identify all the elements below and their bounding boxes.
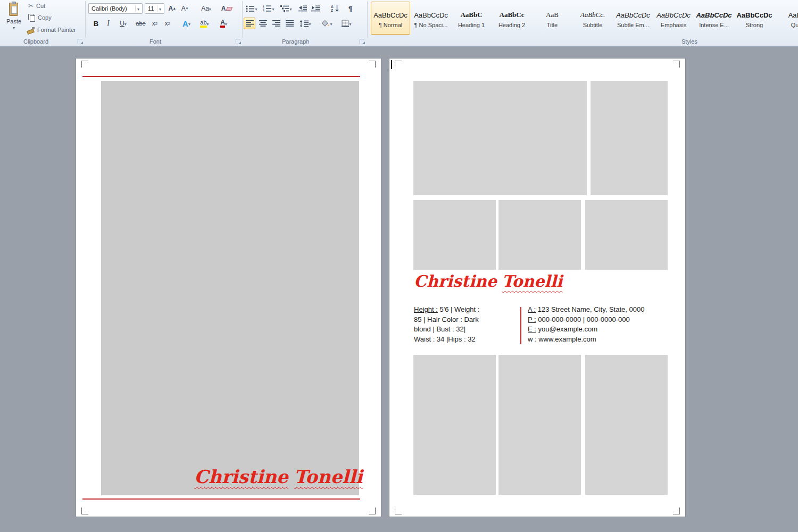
model-name-script[interactable]: ChristineTonelli <box>414 272 563 290</box>
justify-button[interactable] <box>284 18 295 29</box>
format-painter-label: Format Painter <box>37 27 76 33</box>
copy-icon <box>28 14 35 21</box>
borders-button[interactable] <box>338 18 355 29</box>
shrink-font-button[interactable]: A▾ <box>179 3 190 14</box>
paragraph-group-label: Paragraph <box>282 38 309 45</box>
style-emphasis[interactable]: AaBbCcDc Emphasis <box>654 2 693 35</box>
clear-formatting-button[interactable]: A <box>219 3 234 14</box>
subscript-button[interactable]: x2 <box>149 18 161 29</box>
change-case-button[interactable]: Aa <box>198 3 214 14</box>
photo-placeholder-6[interactable] <box>413 355 496 495</box>
stats-line[interactable]: 85 | Hair Color : Dark <box>414 315 527 325</box>
svg-text:3: 3 <box>263 10 264 12</box>
stats-line[interactable]: blond | Bust : 32| <box>414 325 527 335</box>
align-left-button[interactable] <box>244 18 255 29</box>
bold-button[interactable]: B <box>90 18 102 29</box>
styles-group-label: Styles <box>681 38 697 45</box>
numbering-icon: 123 <box>263 5 272 12</box>
style-intense-emphasis[interactable]: AaBbCcDc Intense E... <box>694 2 734 35</box>
underline-button[interactable]: U <box>115 18 131 29</box>
numbering-button[interactable]: 123 <box>261 3 276 14</box>
page-2[interactable]: ChristineTonelli Height : 5'6 | Weight :… <box>389 59 685 517</box>
paragraph-dialog-launcher[interactable] <box>360 39 364 44</box>
photo-placeholder-1[interactable] <box>413 81 587 195</box>
style-quote[interactable]: AaB Qu <box>775 2 798 35</box>
multilevel-list-icon <box>280 5 289 12</box>
shading-button[interactable] <box>319 18 335 29</box>
contact-info[interactable]: A : 123 Street Name, City, State, 0000 P… <box>528 305 679 344</box>
photo-placeholder-cover[interactable] <box>101 81 359 495</box>
sort-button[interactable]: AZ <box>328 3 341 14</box>
strikethrough-button[interactable]: abe <box>134 18 148 29</box>
margin-crop-mark <box>395 61 402 68</box>
group-divider <box>85 1 86 38</box>
style-heading-2[interactable]: AaBbCc Heading 2 <box>492 2 531 35</box>
chevron-down-icon <box>255 5 257 12</box>
style-strong[interactable]: AaBbCcDc Strong <box>735 2 774 35</box>
contact-line-address[interactable]: A : 123 Street Name, City, State, 0000 <box>528 305 679 315</box>
photo-placeholder-4[interactable] <box>498 200 581 270</box>
style-subtle-emphasis[interactable]: AaBbCcDc Subtle Em... <box>613 2 653 35</box>
style-normal[interactable]: AaBbCcDc ¶ Normal <box>371 2 410 35</box>
clipboard-dialog-launcher[interactable] <box>78 39 82 44</box>
multilevel-list-button[interactable] <box>279 3 294 14</box>
style-no-spacing[interactable]: AaBbCcDc ¶ No Spaci... <box>411 2 451 35</box>
font-color-button[interactable]: A <box>215 18 232 29</box>
chevron-down-icon <box>209 5 211 12</box>
model-stats[interactable]: Height : 5'6 | Weight : 85 | Hair Color … <box>414 305 527 344</box>
red-vertical-divider <box>520 307 521 344</box>
chevron-down-icon <box>330 20 332 27</box>
margin-crop-mark <box>673 508 680 514</box>
page-1[interactable]: ChristineTonelli <box>76 59 381 517</box>
show-paragraph-marks-button[interactable]: ¶ <box>345 3 356 14</box>
style-heading-1[interactable]: AaBbC Heading 1 <box>452 2 491 35</box>
chevron-down-icon <box>13 24 15 30</box>
text-highlight-button[interactable]: ab <box>196 18 213 29</box>
red-rule-top <box>82 76 360 77</box>
grow-font-button[interactable]: A▴ <box>166 3 178 14</box>
stats-line[interactable]: Height : 5'6 | Weight : <box>414 305 527 315</box>
chevron-down-icon <box>135 5 141 12</box>
photo-placeholder-8[interactable] <box>585 355 668 495</box>
superscript-button[interactable]: x2 <box>162 18 173 29</box>
chevron-down-icon <box>157 5 163 12</box>
italic-button[interactable]: I <box>103 18 114 29</box>
group-divider <box>242 1 243 38</box>
red-rule-bottom <box>82 498 360 500</box>
justify-icon <box>286 20 294 27</box>
contact-line-email[interactable]: E : you@example.com <box>528 325 679 335</box>
font-size-select[interactable]: 11 <box>145 3 164 14</box>
cut-button[interactable]: Cut <box>28 1 45 11</box>
align-right-button[interactable] <box>270 18 282 29</box>
copy-button[interactable]: Copy <box>28 13 52 22</box>
photo-placeholder-5[interactable] <box>585 200 668 270</box>
contact-line-website[interactable]: w : www.example.com <box>528 335 679 345</box>
photo-placeholder-7[interactable] <box>498 355 581 495</box>
contact-line-phone[interactable]: P : 000-000-0000 | 000-0000-000 <box>528 315 679 325</box>
text-cursor <box>391 60 392 69</box>
photo-placeholder-3[interactable] <box>413 200 496 270</box>
font-dialog-launcher[interactable] <box>236 39 240 44</box>
chevron-down-icon <box>289 5 292 12</box>
format-painter-button[interactable]: Format Painter <box>27 25 76 35</box>
bullets-button[interactable] <box>244 3 259 14</box>
align-center-icon <box>259 20 267 27</box>
dialog-launcher-icon <box>362 41 365 44</box>
stats-line[interactable]: Waist : 34 |Hips : 32 <box>414 335 527 345</box>
document-area[interactable]: ChristineTonelli ChristineTonelli Height… <box>0 47 798 532</box>
style-subtitle[interactable]: AaBbCc. Subtitle <box>573 2 612 35</box>
style-title[interactable]: AaB Title <box>533 2 572 35</box>
svg-text:A: A <box>331 5 334 9</box>
increase-indent-button[interactable] <box>310 3 321 14</box>
model-name-script[interactable]: ChristineTonelli <box>194 466 363 487</box>
decrease-indent-icon <box>298 5 307 12</box>
text-effects-button[interactable]: A <box>179 18 194 29</box>
font-family-select[interactable]: Calibri (Body) <box>88 3 143 14</box>
decrease-indent-button[interactable] <box>297 3 308 14</box>
align-center-button[interactable] <box>257 18 269 29</box>
line-spacing-button[interactable] <box>298 18 313 29</box>
photo-placeholder-2[interactable] <box>591 81 668 195</box>
margin-crop-mark <box>81 508 88 514</box>
paste-button[interactable]: Paste <box>3 1 24 37</box>
align-right-icon <box>272 20 280 27</box>
